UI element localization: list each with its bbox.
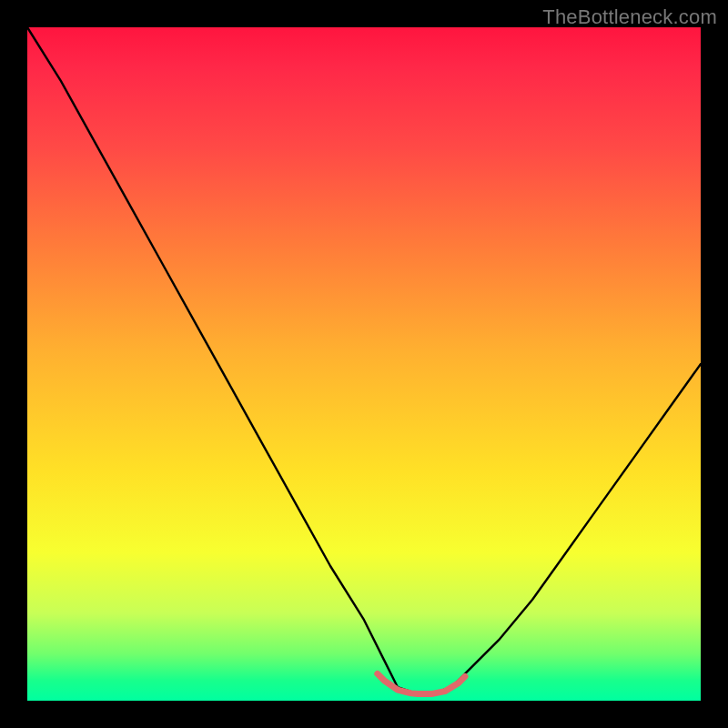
valley-bottom-highlight (378, 673, 465, 693)
chart-frame: TheBottleneck.com (0, 0, 728, 728)
bottleneck-curve (27, 27, 701, 694)
attribution-text: TheBottleneck.com (542, 5, 717, 29)
chart-svg (27, 27, 701, 701)
